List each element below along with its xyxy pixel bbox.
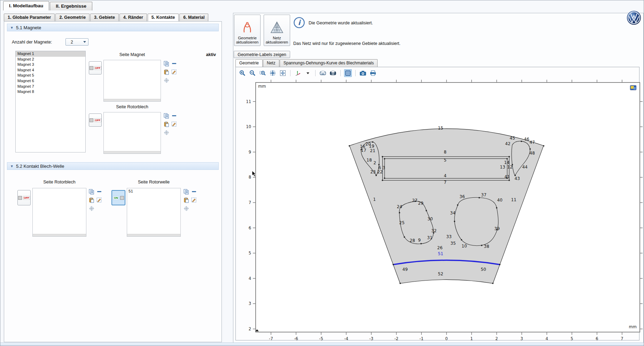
mesh-icon xyxy=(270,21,284,34)
subtab-4-r-nder[interactable]: 4. Ränder xyxy=(119,14,147,21)
seite-rotorblech-title: Seite Rotorblech xyxy=(103,104,161,109)
plot-window-icon[interactable] xyxy=(630,85,637,91)
zoom-out-icon[interactable] xyxy=(249,69,256,77)
plot-tab-netz[interactable]: Netz xyxy=(263,59,279,67)
horizontal-scrollbar[interactable] xyxy=(104,151,161,154)
magnet-list-item[interactable]: Magnet 4 xyxy=(16,68,85,73)
plot-tab-geometrie[interactable]: Geometrie xyxy=(235,59,263,67)
copy-icon[interactable] xyxy=(163,113,170,119)
magnet-list-item[interactable]: Magnet 3 xyxy=(16,62,85,68)
remove-icon[interactable] xyxy=(171,61,177,67)
paste-icon[interactable] xyxy=(183,197,189,203)
edge-label-18: 18 xyxy=(366,158,372,163)
export-image-dark-icon[interactable] xyxy=(329,69,337,77)
section-header-kontakt-blech-welle[interactable]: ▼ 5.2 Kontakt Blech-Welle xyxy=(7,162,219,170)
zoom-to-selection-icon[interactable] xyxy=(163,129,170,136)
clear-selection-icon[interactable] xyxy=(191,197,197,203)
copy-icon[interactable] xyxy=(183,189,189,195)
remove-icon[interactable] xyxy=(96,189,102,195)
zoom-in-icon[interactable] xyxy=(239,69,246,77)
clear-selection-icon[interactable] xyxy=(171,121,177,127)
horizontal-scrollbar[interactable] xyxy=(33,234,86,236)
update-geometry-button[interactable]: Geometrie aktualisieren xyxy=(234,15,261,46)
geometry-view-panel: Geometrie aktualisieren Netz aktualisier… xyxy=(233,13,644,343)
subtab-5-kontakte[interactable]: 5. Kontakte xyxy=(148,14,179,21)
copy-icon[interactable] xyxy=(88,189,95,195)
edge-label-35: 35 xyxy=(450,241,456,246)
svg-text:6: 6 xyxy=(596,336,598,341)
show-geometry-labels-button[interactable]: Geometrie-Labels zeigen xyxy=(234,51,290,58)
magnet-list-item[interactable]: Magnet 7 xyxy=(16,84,85,89)
update-mesh-button[interactable]: Netz aktualisieren xyxy=(264,15,290,46)
subtab-1-globale-parameter[interactable]: 1. Globale Parameter xyxy=(4,14,55,21)
zoom-to-selection-icon[interactable] xyxy=(163,77,170,84)
edge-label-33: 33 xyxy=(446,234,451,239)
horizontal-scrollbar[interactable] xyxy=(104,99,161,101)
magnet-list-item[interactable]: Magnet 2 xyxy=(16,57,85,62)
tab-ergebnisse[interactable]: II. Ergebnisse xyxy=(50,2,92,10)
seite-magnet-selection-box[interactable] xyxy=(103,60,161,102)
paste-icon[interactable] xyxy=(163,69,170,75)
seite-rotorblech-toggle-off[interactable]: OFF xyxy=(89,113,102,127)
kontakt-rotorblech-toggle-off[interactable]: OFF xyxy=(17,190,31,205)
edge-label-42: 42 xyxy=(505,141,510,146)
kontakt-rotorblech-selection-box[interactable] xyxy=(32,188,86,237)
seite-magnet-toggle-off[interactable]: OFF xyxy=(89,61,102,74)
snapshot-icon[interactable] xyxy=(359,69,367,77)
grid-toggle-icon[interactable] xyxy=(344,69,352,77)
remove-icon[interactable] xyxy=(191,189,197,195)
clear-selection-icon[interactable] xyxy=(171,69,177,75)
zoom-to-selection-icon[interactable] xyxy=(183,205,189,212)
plot-tab-spannungs-dehnungs-kurve[interactable]: Spannungs-Dehnungs-Kurve des Blechmateri… xyxy=(280,59,378,67)
edge-label-47: 47 xyxy=(529,140,535,145)
paste-icon[interactable] xyxy=(88,197,95,203)
svg-text:11: 11 xyxy=(246,99,251,104)
magnet-list-item[interactable]: Magnet 1 xyxy=(16,51,85,57)
kontakt-rotorwelle-selection-box[interactable]: 51 xyxy=(127,188,181,237)
edge-label-8: 8 xyxy=(444,150,447,155)
section-header-magnete[interactable]: ▼ 5.1 Magnete xyxy=(7,24,219,31)
magnet-list-item[interactable]: Magnet 8 xyxy=(16,89,85,95)
edge-label-13: 13 xyxy=(500,165,505,170)
geometry-plot[interactable]: 1234567891011121314151617181920212223242… xyxy=(255,82,640,332)
fit-view-icon[interactable] xyxy=(279,69,287,77)
svg-text:0: 0 xyxy=(445,336,448,341)
tab-modellaufbau[interactable]: I. Modellaufbau xyxy=(3,1,49,10)
selected-boundary-item[interactable]: 51 xyxy=(129,189,179,193)
print-icon[interactable] xyxy=(369,69,377,77)
toolbar-separator xyxy=(315,70,316,76)
edge-label-36: 36 xyxy=(459,194,465,199)
app-window: I. Modellaufbau II. Ergebnisse 1. Global… xyxy=(0,0,644,346)
clear-selection-icon[interactable] xyxy=(96,197,102,203)
copy-icon[interactable] xyxy=(163,61,170,67)
remove-icon[interactable] xyxy=(171,113,177,119)
magnet-list[interactable]: Magnet 1Magnet 2Magnet 3Magnet 4Magnet 5… xyxy=(15,51,86,152)
export-image-icon[interactable] xyxy=(319,69,327,77)
edge-label-45: 45 xyxy=(510,136,515,141)
rotor-sector-geometry xyxy=(349,129,543,284)
zoom-extents-icon[interactable] xyxy=(269,69,277,77)
horizontal-scrollbar[interactable] xyxy=(127,234,180,236)
kontakt-rotorwelle-toggle-on[interactable]: ON xyxy=(111,190,125,205)
magnet-list-item[interactable]: Magnet 6 xyxy=(16,78,85,84)
paste-icon[interactable] xyxy=(163,121,170,127)
svg-text:9: 9 xyxy=(249,150,251,155)
svg-text:-4: -4 xyxy=(344,336,348,341)
status-bar xyxy=(0,343,644,346)
subtab-6-material[interactable]: 6. Material xyxy=(179,14,208,21)
dropdown-caret-icon[interactable] xyxy=(304,69,312,77)
off-state-label: OFF xyxy=(23,196,30,200)
zoom-box-icon[interactable] xyxy=(259,69,266,77)
edge-label-29: 29 xyxy=(418,201,423,206)
subtab-2-geometrie[interactable]: 2. Geometrie xyxy=(55,14,90,21)
geometry-status-message: Die Geometrie wurde aktualisiert. xyxy=(309,21,373,25)
subtab-3-gebiete[interactable]: 3. Gebiete xyxy=(90,14,119,21)
compass-icon xyxy=(241,21,253,34)
svg-text:8: 8 xyxy=(249,175,251,180)
toolbar-separator xyxy=(355,70,356,76)
magnet-count-dropdown[interactable]: 2 xyxy=(65,38,88,46)
seite-rotorblech-selection-box[interactable] xyxy=(103,112,161,154)
magnet-list-item[interactable]: Magnet 5 xyxy=(16,73,85,78)
axes-orientation-icon[interactable] xyxy=(294,69,302,77)
zoom-to-selection-icon[interactable] xyxy=(88,205,95,212)
